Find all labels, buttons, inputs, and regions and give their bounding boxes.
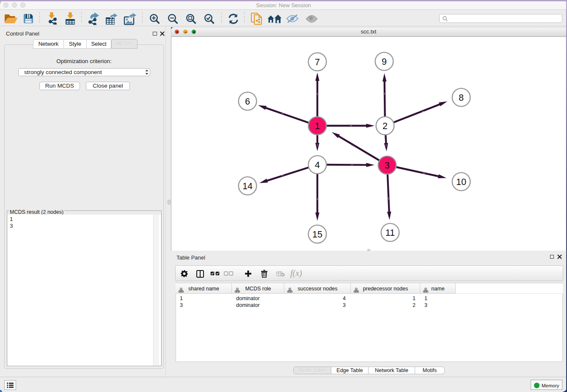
- svg-text:7: 7: [315, 57, 320, 67]
- svg-text:15: 15: [312, 229, 322, 240]
- svg-text:9: 9: [382, 57, 387, 67]
- svg-text:10: 10: [456, 177, 466, 187]
- svg-text:3: 3: [385, 160, 390, 171]
- svg-text:4: 4: [315, 160, 320, 170]
- svg-text:8: 8: [459, 93, 464, 103]
- svg-text:6: 6: [245, 97, 250, 107]
- svg-text:1: 1: [315, 121, 320, 131]
- svg-text:14: 14: [242, 181, 253, 191]
- svg-text:11: 11: [385, 228, 395, 238]
- svg-text:2: 2: [383, 121, 388, 131]
